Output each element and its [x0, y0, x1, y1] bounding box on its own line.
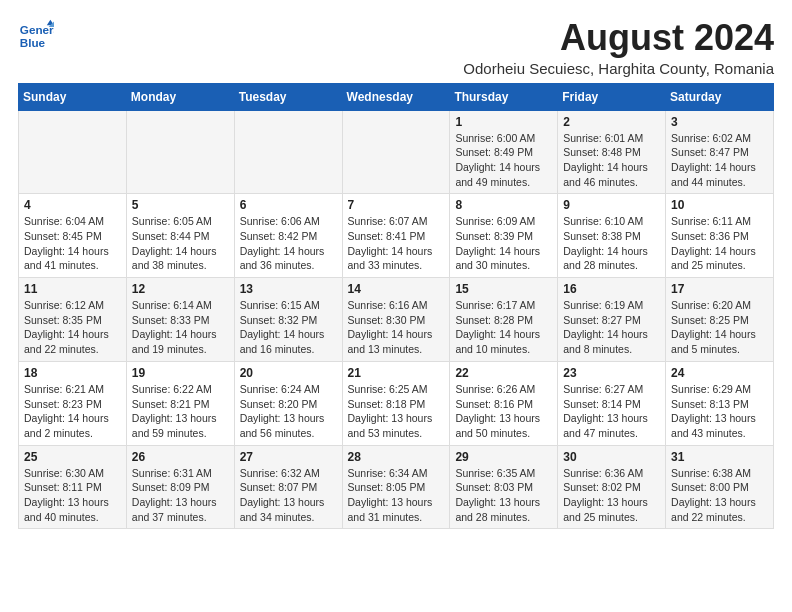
day-info: Sunrise: 6:30 AM Sunset: 8:11 PM Dayligh… [24, 466, 121, 525]
day-number: 11 [24, 282, 121, 296]
day-number: 18 [24, 366, 121, 380]
calendar-week-row: 11Sunrise: 6:12 AM Sunset: 8:35 PM Dayli… [19, 278, 774, 362]
weekday-header-tuesday: Tuesday [234, 83, 342, 110]
calendar-cell: 9Sunrise: 6:10 AM Sunset: 8:38 PM Daylig… [558, 194, 666, 278]
day-number: 13 [240, 282, 337, 296]
day-number: 30 [563, 450, 660, 464]
day-number: 19 [132, 366, 229, 380]
day-info: Sunrise: 6:09 AM Sunset: 8:39 PM Dayligh… [455, 214, 552, 273]
day-info: Sunrise: 6:31 AM Sunset: 8:09 PM Dayligh… [132, 466, 229, 525]
calendar-cell: 2Sunrise: 6:01 AM Sunset: 8:48 PM Daylig… [558, 110, 666, 194]
calendar-cell: 6Sunrise: 6:06 AM Sunset: 8:42 PM Daylig… [234, 194, 342, 278]
day-info: Sunrise: 6:19 AM Sunset: 8:27 PM Dayligh… [563, 298, 660, 357]
day-info: Sunrise: 6:27 AM Sunset: 8:14 PM Dayligh… [563, 382, 660, 441]
calendar-cell: 1Sunrise: 6:00 AM Sunset: 8:49 PM Daylig… [450, 110, 558, 194]
day-info: Sunrise: 6:24 AM Sunset: 8:20 PM Dayligh… [240, 382, 337, 441]
day-number: 12 [132, 282, 229, 296]
weekday-header-wednesday: Wednesday [342, 83, 450, 110]
day-number: 1 [455, 115, 552, 129]
day-info: Sunrise: 6:22 AM Sunset: 8:21 PM Dayligh… [132, 382, 229, 441]
weekday-header-monday: Monday [126, 83, 234, 110]
day-number: 21 [348, 366, 445, 380]
calendar-cell: 24Sunrise: 6:29 AM Sunset: 8:13 PM Dayli… [666, 361, 774, 445]
day-info: Sunrise: 6:02 AM Sunset: 8:47 PM Dayligh… [671, 131, 768, 190]
day-info: Sunrise: 6:29 AM Sunset: 8:13 PM Dayligh… [671, 382, 768, 441]
calendar-week-row: 4Sunrise: 6:04 AM Sunset: 8:45 PM Daylig… [19, 194, 774, 278]
day-info: Sunrise: 6:15 AM Sunset: 8:32 PM Dayligh… [240, 298, 337, 357]
day-number: 15 [455, 282, 552, 296]
calendar-cell: 29Sunrise: 6:35 AM Sunset: 8:03 PM Dayli… [450, 445, 558, 529]
day-number: 10 [671, 198, 768, 212]
calendar-cell: 13Sunrise: 6:15 AM Sunset: 8:32 PM Dayli… [234, 278, 342, 362]
header: General Blue August 2024 Odorheiu Secuie… [18, 18, 774, 77]
calendar-cell: 12Sunrise: 6:14 AM Sunset: 8:33 PM Dayli… [126, 278, 234, 362]
day-number: 9 [563, 198, 660, 212]
calendar-cell: 17Sunrise: 6:20 AM Sunset: 8:25 PM Dayli… [666, 278, 774, 362]
day-info: Sunrise: 6:26 AM Sunset: 8:16 PM Dayligh… [455, 382, 552, 441]
day-info: Sunrise: 6:04 AM Sunset: 8:45 PM Dayligh… [24, 214, 121, 273]
day-info: Sunrise: 6:35 AM Sunset: 8:03 PM Dayligh… [455, 466, 552, 525]
subtitle: Odorheiu Secuiesc, Harghita County, Roma… [463, 60, 774, 77]
day-info: Sunrise: 6:36 AM Sunset: 8:02 PM Dayligh… [563, 466, 660, 525]
calendar-cell: 19Sunrise: 6:22 AM Sunset: 8:21 PM Dayli… [126, 361, 234, 445]
calendar-cell: 15Sunrise: 6:17 AM Sunset: 8:28 PM Dayli… [450, 278, 558, 362]
day-number: 16 [563, 282, 660, 296]
calendar-table: SundayMondayTuesdayWednesdayThursdayFrid… [18, 83, 774, 530]
calendar-cell: 3Sunrise: 6:02 AM Sunset: 8:47 PM Daylig… [666, 110, 774, 194]
svg-text:Blue: Blue [20, 36, 46, 49]
calendar-cell: 20Sunrise: 6:24 AM Sunset: 8:20 PM Dayli… [234, 361, 342, 445]
day-number: 3 [671, 115, 768, 129]
day-number: 23 [563, 366, 660, 380]
day-number: 26 [132, 450, 229, 464]
day-number: 31 [671, 450, 768, 464]
calendar-cell: 31Sunrise: 6:38 AM Sunset: 8:00 PM Dayli… [666, 445, 774, 529]
weekday-header-thursday: Thursday [450, 83, 558, 110]
calendar-cell: 11Sunrise: 6:12 AM Sunset: 8:35 PM Dayli… [19, 278, 127, 362]
day-info: Sunrise: 6:16 AM Sunset: 8:30 PM Dayligh… [348, 298, 445, 357]
day-number: 14 [348, 282, 445, 296]
day-info: Sunrise: 6:20 AM Sunset: 8:25 PM Dayligh… [671, 298, 768, 357]
day-info: Sunrise: 6:17 AM Sunset: 8:28 PM Dayligh… [455, 298, 552, 357]
day-number: 5 [132, 198, 229, 212]
calendar-cell [126, 110, 234, 194]
weekday-header-saturday: Saturday [666, 83, 774, 110]
weekday-header-row: SundayMondayTuesdayWednesdayThursdayFrid… [19, 83, 774, 110]
day-number: 17 [671, 282, 768, 296]
day-info: Sunrise: 6:06 AM Sunset: 8:42 PM Dayligh… [240, 214, 337, 273]
calendar-cell: 30Sunrise: 6:36 AM Sunset: 8:02 PM Dayli… [558, 445, 666, 529]
day-info: Sunrise: 6:12 AM Sunset: 8:35 PM Dayligh… [24, 298, 121, 357]
calendar-cell: 21Sunrise: 6:25 AM Sunset: 8:18 PM Dayli… [342, 361, 450, 445]
calendar-cell: 14Sunrise: 6:16 AM Sunset: 8:30 PM Dayli… [342, 278, 450, 362]
weekday-header-sunday: Sunday [19, 83, 127, 110]
day-number: 29 [455, 450, 552, 464]
day-number: 25 [24, 450, 121, 464]
day-info: Sunrise: 6:21 AM Sunset: 8:23 PM Dayligh… [24, 382, 121, 441]
calendar-cell: 26Sunrise: 6:31 AM Sunset: 8:09 PM Dayli… [126, 445, 234, 529]
calendar-cell [19, 110, 127, 194]
general-blue-logo-icon: General Blue [18, 18, 54, 54]
main-title: August 2024 [463, 18, 774, 58]
day-info: Sunrise: 6:34 AM Sunset: 8:05 PM Dayligh… [348, 466, 445, 525]
day-info: Sunrise: 6:10 AM Sunset: 8:38 PM Dayligh… [563, 214, 660, 273]
day-number: 6 [240, 198, 337, 212]
day-info: Sunrise: 6:14 AM Sunset: 8:33 PM Dayligh… [132, 298, 229, 357]
day-info: Sunrise: 6:01 AM Sunset: 8:48 PM Dayligh… [563, 131, 660, 190]
calendar-cell: 8Sunrise: 6:09 AM Sunset: 8:39 PM Daylig… [450, 194, 558, 278]
calendar-cell: 18Sunrise: 6:21 AM Sunset: 8:23 PM Dayli… [19, 361, 127, 445]
calendar-cell: 27Sunrise: 6:32 AM Sunset: 8:07 PM Dayli… [234, 445, 342, 529]
day-number: 20 [240, 366, 337, 380]
calendar-cell: 5Sunrise: 6:05 AM Sunset: 8:44 PM Daylig… [126, 194, 234, 278]
calendar-cell: 16Sunrise: 6:19 AM Sunset: 8:27 PM Dayli… [558, 278, 666, 362]
day-number: 22 [455, 366, 552, 380]
title-block: August 2024 Odorheiu Secuiesc, Harghita … [463, 18, 774, 77]
weekday-header-friday: Friday [558, 83, 666, 110]
calendar-cell: 22Sunrise: 6:26 AM Sunset: 8:16 PM Dayli… [450, 361, 558, 445]
day-number: 27 [240, 450, 337, 464]
day-info: Sunrise: 6:00 AM Sunset: 8:49 PM Dayligh… [455, 131, 552, 190]
day-number: 24 [671, 366, 768, 380]
page: General Blue August 2024 Odorheiu Secuie… [0, 0, 792, 539]
calendar-cell [234, 110, 342, 194]
calendar-week-row: 18Sunrise: 6:21 AM Sunset: 8:23 PM Dayli… [19, 361, 774, 445]
calendar-cell: 7Sunrise: 6:07 AM Sunset: 8:41 PM Daylig… [342, 194, 450, 278]
day-info: Sunrise: 6:25 AM Sunset: 8:18 PM Dayligh… [348, 382, 445, 441]
